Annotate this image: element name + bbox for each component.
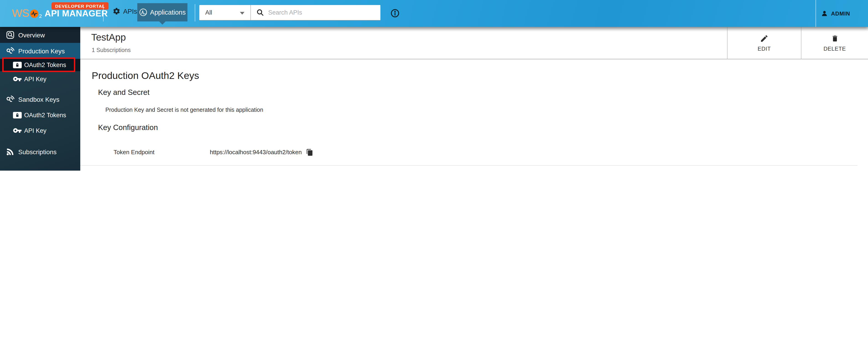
header-divider: [103, 4, 103, 22]
search-filter-select[interactable]: All: [199, 5, 251, 20]
sidebar-item-production-keys[interactable]: Production Keys: [0, 43, 80, 59]
logo-ws-text: WS: [12, 8, 29, 19]
keys-waves-icon: [6, 95, 15, 104]
info-icon[interactable]: [391, 9, 400, 18]
app-circle-icon: pp: [139, 8, 147, 17]
person-icon: [821, 10, 828, 17]
header-divider: [815, 0, 816, 27]
key-and-secret-title: Key and Secret: [98, 88, 150, 97]
sidebar-item-label: API Key: [24, 127, 46, 134]
wso2-logo[interactable]: WS 2 API MANAGER: [12, 8, 107, 19]
key-icon: [13, 74, 22, 84]
wso2-devportal-page: DEVELOPER PORTAL WS 2 API MANAGER APIs p…: [0, 0, 868, 170]
pencil-icon: [760, 34, 769, 43]
sidebar-item-overview[interactable]: Overview: [0, 27, 80, 43]
sidebar-item-label: Overview: [18, 31, 45, 38]
nav-applications-label: Applications: [150, 9, 186, 16]
search-icon: [256, 9, 264, 17]
keys-waves-icon: [6, 46, 15, 55]
gear-icon: [113, 7, 120, 15]
token-endpoint-label: Token Endpoint: [114, 149, 210, 156]
key-icon: [13, 126, 22, 135]
svg-text:pp: pp: [144, 12, 146, 15]
sidebar-item-label: Production Keys: [18, 47, 65, 55]
key-not-generated-message: Production Key and Secret is not generat…: [105, 107, 263, 113]
sidebar-item-label: API Key: [24, 75, 46, 82]
subscriptions-count: 1 Subscriptions: [92, 47, 131, 53]
user-menu[interactable]: ADMIN: [821, 0, 850, 27]
sidebar-item-label: Subscriptions: [18, 148, 57, 156]
revoke-endpoint-row: Revoke Endpoint https://localhost:9443/o…: [80, 165, 858, 170]
wso2-pulse-icon: [29, 9, 38, 18]
header-divider: [195, 4, 195, 22]
card-lock-icon: [13, 112, 22, 118]
token-endpoint-value: https://localhost:9443/oauth2/token: [210, 149, 302, 156]
chevron-down-icon: [240, 12, 245, 14]
sidebar-item-subscriptions[interactable]: Subscriptions: [0, 144, 80, 160]
search-filter-value: All: [205, 9, 212, 16]
top-header: DEVELOPER PORTAL WS 2 API MANAGER APIs p…: [0, 0, 868, 27]
search-bar: All Search APIs: [199, 5, 380, 21]
sidebar-item-label: Sandbox Keys: [18, 96, 60, 103]
logo-sub2-text: 2: [39, 13, 42, 19]
search-placeholder: Search APIs: [268, 9, 302, 16]
sidebar-item-oauth2-tokens-sandbox[interactable]: OAuth2 Tokens: [0, 107, 80, 123]
search-input[interactable]: Search APIs: [251, 9, 380, 17]
sidebar-item-sandbox-keys[interactable]: Sandbox Keys: [0, 92, 80, 107]
card-lock-icon: [13, 62, 22, 68]
sidebar-item-label: OAuth2 Tokens: [24, 62, 66, 68]
sidebar-item-oauth2-tokens-production[interactable]: OAuth2 Tokens: [0, 59, 80, 71]
sidebar-item-api-key-sandbox[interactable]: API Key: [0, 123, 80, 138]
left-menu: Overview Production Keys OAuth2 Tokens A…: [0, 27, 80, 170]
applications-tab-pointer: [159, 22, 165, 25]
sidebar-item-label: OAuth2 Tokens: [24, 112, 66, 118]
main-area: TestApp 1 Subscriptions EDIT DELETE Prod…: [80, 27, 868, 170]
edit-button-label: EDIT: [757, 45, 771, 52]
sidebar-item-api-key-production[interactable]: API Key: [0, 71, 80, 87]
nav-apis[interactable]: APIs: [113, 7, 137, 15]
delete-button[interactable]: DELETE: [801, 27, 868, 59]
copy-icon[interactable]: [306, 148, 313, 156]
nav-applications[interactable]: pp Applications: [137, 3, 187, 22]
edit-button[interactable]: EDIT: [727, 27, 801, 59]
delete-button-label: DELETE: [824, 45, 846, 52]
page-title: TestApp: [91, 32, 126, 43]
overview-icon: [6, 31, 14, 39]
username-label: ADMIN: [831, 10, 850, 17]
trash-icon: [831, 34, 839, 43]
production-oauth2-keys-title: Production OAuth2 Keys: [92, 70, 199, 82]
logo-product-text: API MANAGER: [45, 9, 108, 19]
application-header: TestApp 1 Subscriptions EDIT DELETE: [80, 27, 868, 59]
rss-icon: [6, 148, 14, 156]
key-configuration-title: Key Configuration: [98, 123, 158, 132]
token-endpoint-row: Token Endpoint https://localhost:9443/oa…: [80, 139, 858, 165]
nav-apis-label: APIs: [123, 7, 137, 15]
key-configuration-form: Token Endpoint https://localhost:9443/oa…: [80, 139, 858, 170]
